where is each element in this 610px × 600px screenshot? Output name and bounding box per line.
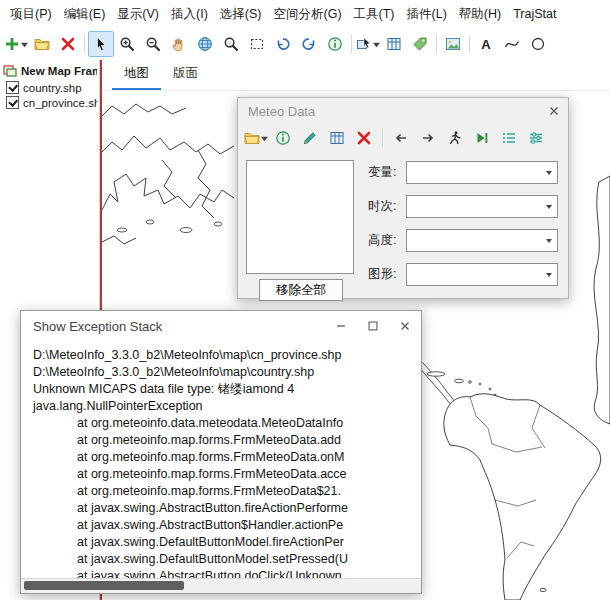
zoom-in-button[interactable]: [114, 31, 140, 57]
close-button[interactable]: [389, 311, 421, 341]
select-tool-button[interactable]: [88, 31, 114, 57]
meteoinfo-window: 项目(P)编辑(E)显示(V)插入(I)选择(S)空间分析(G)工具(T)插件(…: [0, 0, 610, 600]
remove-all-button[interactable]: 移除全部: [259, 279, 343, 301]
svg-text:A: A: [481, 37, 491, 52]
menu-item[interactable]: 选择(S): [214, 2, 268, 27]
data-info-button[interactable]: [271, 126, 295, 150]
menu-item[interactable]: 编辑(E): [58, 2, 112, 27]
curve-tool-button[interactable]: [499, 31, 525, 57]
stack-line: at javax.swing.DefaultButtonModel.setPre…: [33, 551, 421, 568]
playstep-icon: [474, 130, 490, 146]
undo-icon: [275, 36, 291, 52]
meteo-close-button[interactable]: [540, 98, 568, 124]
close-icon: [547, 104, 561, 118]
menu-item[interactable]: 工具(T): [348, 2, 401, 27]
close-project-button[interactable]: [55, 31, 81, 57]
horizontal-scrollbar[interactable]: [21, 578, 421, 593]
time-combobox[interactable]: [406, 195, 558, 218]
toolbar-separator: [351, 35, 352, 53]
layer-item[interactable]: country.shp: [0, 80, 99, 95]
data-files-list[interactable]: [246, 160, 354, 274]
field-row-graphic: 图形:: [368, 263, 558, 286]
run-button[interactable]: [470, 126, 494, 150]
menu-item[interactable]: 项目(P): [4, 2, 58, 27]
settings-button[interactable]: [524, 126, 548, 150]
remove-data-button[interactable]: [352, 126, 376, 150]
combo-dropdown-button[interactable]: [540, 162, 557, 183]
select-by-rectangle-button[interactable]: [244, 31, 270, 57]
field-label: 时次:: [368, 198, 406, 215]
caret-icon: [261, 135, 268, 142]
ellipse-tool-button[interactable]: [525, 31, 551, 57]
menu-item[interactable]: 显示(V): [111, 2, 165, 27]
menu-item[interactable]: 帮助(H): [453, 2, 507, 27]
combo-dropdown-button[interactable]: [540, 196, 557, 217]
zoomout-icon: [145, 36, 161, 52]
insert-image-button[interactable]: [440, 31, 466, 57]
curve-icon: [504, 36, 520, 52]
table-icon: [386, 36, 402, 52]
stack-line: java.lang.NullPointerException: [33, 398, 421, 415]
open-data-button[interactable]: [244, 126, 268, 150]
full-extent-button[interactable]: [192, 31, 218, 57]
combo-dropdown-button[interactable]: [540, 264, 557, 285]
zoom-next-button[interactable]: [296, 31, 322, 57]
zoom-previous-button[interactable]: [270, 31, 296, 57]
exception-dialog-title: Show Exception Stack: [33, 319, 162, 334]
data-list-button[interactable]: [497, 126, 521, 150]
runner-icon: [447, 130, 463, 146]
tab-layout[interactable]: 版面: [161, 60, 210, 90]
map-frame-node[interactable]: New Map Frame: [0, 62, 99, 80]
field-label: 高度:: [368, 232, 406, 249]
layer-label: cn_province.shp: [23, 97, 97, 109]
layer-item[interactable]: cn_province.shp: [0, 95, 99, 110]
layer-checkbox[interactable]: [6, 81, 19, 94]
new-project-button[interactable]: [3, 31, 29, 57]
stack-line: at javax.swing.AbstractButton.fireAction…: [33, 500, 421, 517]
scrollbar-thumb[interactable]: [24, 581, 184, 590]
zoom-out-button[interactable]: [140, 31, 166, 57]
zoom-to-layer-button[interactable]: [218, 31, 244, 57]
select-feature-button[interactable]: [355, 31, 381, 57]
measurement-button[interactable]: [381, 31, 407, 57]
tab-map[interactable]: 地图: [112, 60, 161, 90]
toolbar-separator: [436, 35, 437, 53]
meteo-fields: 变量:时次:高度:图形:: [368, 161, 558, 297]
exception-dialog: Show Exception Stack D:\MeteoInfo_3.3.0_…: [20, 310, 422, 594]
toolbar-separator: [382, 129, 383, 147]
previous-time-button[interactable]: [389, 126, 413, 150]
minimize-button[interactable]: [325, 311, 357, 341]
layer-checkbox[interactable]: [6, 96, 19, 109]
identify-button[interactable]: [322, 31, 348, 57]
animation-button[interactable]: [443, 126, 467, 150]
label-button[interactable]: [407, 31, 433, 57]
open-project-button[interactable]: [29, 31, 55, 57]
menu-item[interactable]: 插件(L): [401, 2, 453, 27]
data-table-button[interactable]: [325, 126, 349, 150]
level-combobox[interactable]: [406, 229, 558, 252]
window-buttons: [325, 311, 421, 341]
sliders-icon: [528, 130, 544, 146]
globe-icon: [197, 36, 213, 52]
combo-dropdown-button[interactable]: [540, 230, 557, 251]
exception-dialog-titlebar[interactable]: Show Exception Stack: [21, 311, 421, 341]
layer-label: country.shp: [23, 82, 82, 94]
text-tool-button[interactable]: A: [473, 31, 499, 57]
field-row-level: 高度:: [368, 229, 558, 252]
pan-button[interactable]: [166, 31, 192, 57]
stack-line: Unknown MICAPS data file type: 锗缕iamond …: [33, 381, 421, 398]
draw-data-button[interactable]: [298, 126, 322, 150]
maximize-button[interactable]: [357, 311, 389, 341]
zoomin-icon: [119, 36, 135, 52]
menu-item[interactable]: 空间分析(G): [268, 2, 348, 27]
next-time-button[interactable]: [416, 126, 440, 150]
stack-line: D:\MeteoInfo_3.3.0_b2\MeteoInfo\map\cn_p…: [33, 347, 421, 364]
variable-combobox[interactable]: [406, 161, 558, 184]
meteo-dialog-titlebar[interactable]: Meteo Data: [238, 98, 568, 124]
menu-item[interactable]: 插入(I): [165, 2, 214, 27]
arrowL-icon: [393, 130, 409, 146]
graphic-combobox[interactable]: [406, 263, 558, 286]
stack-line: at org.meteoinfo.map.forms.FrmMeteoData.…: [33, 449, 421, 466]
arrowR-icon: [420, 130, 436, 146]
menu-item[interactable]: TrajStat: [507, 3, 562, 25]
